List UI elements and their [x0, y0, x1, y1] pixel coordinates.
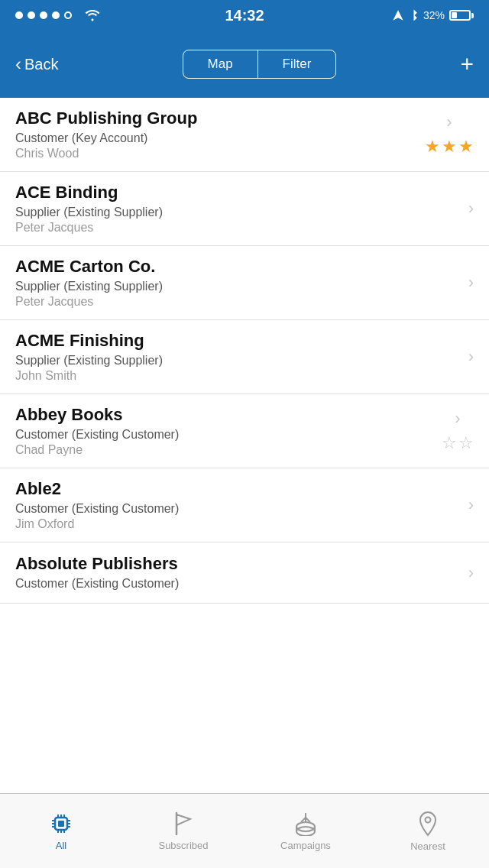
item-title: Abbey Books: [15, 405, 434, 425]
back-label: Back: [24, 56, 58, 73]
list-item[interactable]: Absolute Publishers Customer (Existing C…: [0, 542, 489, 604]
chevron-right-icon: ›: [446, 112, 452, 132]
item-subtitle: Supplier (Existing Supplier): [15, 206, 461, 219]
nav-bar: ‹ Back Map Filter +: [0, 31, 489, 98]
chip-icon: [49, 811, 73, 836]
item-right: ›: [461, 199, 474, 219]
campaigns-icon: [292, 811, 319, 836]
item-title: ACME Finishing: [15, 331, 461, 351]
tab-bar: All Subscribed Campaigns Nearest: [0, 793, 489, 868]
list-item-content: ACME Carton Co. Supplier (Existing Suppl…: [15, 257, 461, 309]
item-right: ›: [461, 495, 474, 515]
list-item[interactable]: Abbey Books Customer (Existing Customer)…: [0, 394, 489, 468]
list-item[interactable]: Able2 Customer (Existing Customer) Jim O…: [0, 468, 489, 542]
star-1: ☆: [442, 433, 457, 453]
tab-nearest-label: Nearest: [410, 840, 445, 852]
nav-center: Map Filter: [70, 50, 448, 79]
signal-dot-3: [40, 11, 47, 19]
item-contact: Chad Payne: [15, 443, 434, 457]
svg-rect-1: [58, 821, 64, 827]
list-item-content: Absolute Publishers Customer (Existing C…: [15, 554, 461, 592]
item-right: › ☆ ☆: [434, 409, 474, 453]
item-contact: John Smith: [15, 369, 461, 383]
tab-subscribed-label: Subscribed: [158, 840, 208, 851]
add-icon: +: [460, 51, 474, 76]
chevron-right-icon: ›: [468, 495, 474, 515]
add-button[interactable]: +: [457, 53, 477, 76]
star-2: ★: [442, 137, 457, 157]
item-subtitle: Customer (Key Account): [15, 131, 417, 145]
status-bar: 14:32 32%: [0, 0, 489, 31]
chevron-right-icon: ›: [455, 409, 460, 429]
chevron-right-icon: ›: [468, 347, 474, 367]
star-2: ☆: [458, 433, 474, 453]
back-chevron-icon: ‹: [15, 53, 21, 75]
item-title: ACE Binding: [15, 183, 461, 202]
svg-point-21: [426, 817, 431, 822]
item-title: Able2: [15, 479, 461, 499]
battery-percentage: 32%: [423, 9, 445, 21]
item-title: ACME Carton Co.: [15, 257, 461, 277]
item-title: Absolute Publishers: [15, 554, 461, 574]
list-item[interactable]: ACME Carton Co. Supplier (Existing Suppl…: [0, 246, 489, 320]
tab-all[interactable]: All: [0, 794, 122, 868]
item-subtitle: Customer (Existing Customer): [15, 502, 461, 516]
chevron-right-icon: ›: [468, 199, 474, 219]
seg-map-button[interactable]: Map: [183, 50, 258, 78]
back-button[interactable]: ‹ Back: [12, 49, 61, 79]
battery-icon: [449, 10, 474, 21]
wifi-icon: [84, 9, 101, 21]
item-subtitle: Supplier (Existing Supplier): [15, 280, 461, 293]
item-right: › ★ ★ ★: [417, 112, 474, 157]
tab-nearest[interactable]: Nearest: [367, 794, 489, 868]
item-contact: Jim Oxford: [15, 517, 461, 531]
item-subtitle: Customer (Existing Customer): [15, 428, 434, 442]
item-subtitle: Supplier (Existing Supplier): [15, 354, 461, 368]
stars: ☆ ☆: [442, 433, 474, 453]
list-item-content: Able2 Customer (Existing Customer) Jim O…: [15, 479, 461, 531]
status-right: 32%: [392, 8, 474, 22]
signal-dot-2: [28, 11, 35, 19]
tab-subscribed[interactable]: Subscribed: [122, 794, 244, 868]
chevron-right-icon: ›: [468, 273, 474, 293]
flag-icon: [173, 811, 194, 836]
signal-dot-4: [52, 11, 60, 19]
item-title: ABC Publishing Group: [15, 108, 417, 128]
signal-dot-5: [64, 11, 72, 19]
tab-all-label: All: [56, 840, 66, 851]
item-right: ›: [461, 347, 474, 367]
star-3: ★: [458, 137, 474, 157]
list-item[interactable]: ABC Publishing Group Customer (Key Accou…: [0, 98, 489, 172]
tab-campaigns-label: Campaigns: [280, 840, 331, 851]
item-contact: Chris Wood: [15, 147, 417, 160]
item-contact: Peter Jacques: [15, 221, 461, 235]
account-list: ABC Publishing Group Customer (Key Accou…: [0, 98, 489, 793]
item-right: ›: [461, 563, 474, 583]
list-item[interactable]: ACE Binding Supplier (Existing Supplier)…: [0, 172, 489, 246]
tab-campaigns[interactable]: Campaigns: [244, 794, 367, 868]
seg-filter-button[interactable]: Filter: [258, 50, 336, 78]
list-item-content: Abbey Books Customer (Existing Customer)…: [15, 405, 434, 457]
item-contact: Peter Jacques: [15, 295, 461, 309]
list-item-content: ACME Finishing Supplier (Existing Suppli…: [15, 331, 461, 383]
status-left: [15, 8, 101, 22]
location-pin-icon: [417, 811, 439, 837]
signal-dot-1: [15, 11, 23, 19]
segment-control: Map Filter: [183, 50, 337, 79]
status-time: 14:32: [225, 7, 264, 24]
chevron-right-icon: ›: [468, 563, 474, 583]
list-item-content: ABC Publishing Group Customer (Key Accou…: [15, 108, 417, 160]
item-right: ›: [461, 273, 474, 293]
stars: ★ ★ ★: [425, 137, 474, 157]
bluetooth-icon: [409, 8, 419, 22]
location-icon: [392, 9, 404, 21]
star-1: ★: [425, 137, 440, 157]
list-item[interactable]: ACME Finishing Supplier (Existing Suppli…: [0, 320, 489, 394]
list-item-content: ACE Binding Supplier (Existing Supplier)…: [15, 183, 461, 235]
item-subtitle: Customer (Existing Customer): [15, 577, 461, 591]
